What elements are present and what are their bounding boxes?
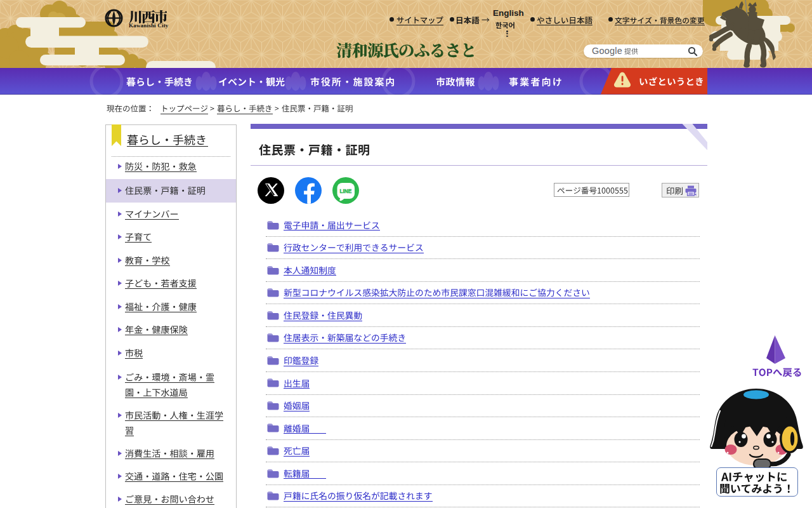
svg-text:LINE: LINE: [340, 189, 352, 194]
